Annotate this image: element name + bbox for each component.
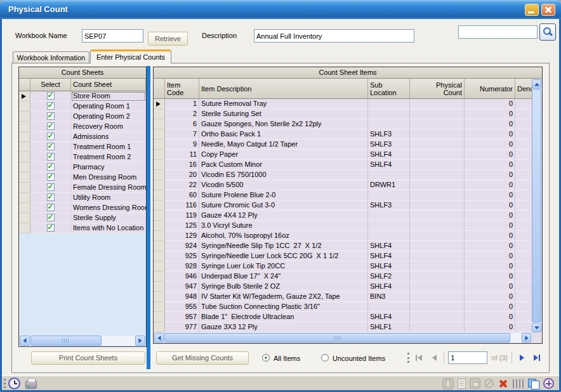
- page-number-input[interactable]: [448, 351, 487, 364]
- item-code-cell[interactable]: 925: [165, 251, 199, 261]
- item-physical-count-cell[interactable]: [410, 160, 465, 170]
- physical-count-column-header[interactable]: PhysicalCount: [410, 79, 465, 99]
- item-description-cell[interactable]: Suture Chromic Gut 3-0: [199, 200, 368, 211]
- count-sheet-checkbox[interactable]: [47, 193, 55, 201]
- count-sheet-checkbox[interactable]: [47, 173, 55, 181]
- items-hscrollbar[interactable]: [154, 333, 531, 343]
- item-numerator-cell[interactable]: 0: [465, 322, 515, 332]
- item-sublocation-cell[interactable]: SHLF4: [368, 150, 410, 160]
- scroll-right-button[interactable]: [522, 333, 531, 343]
- item-denominator-cell[interactable]: [515, 211, 532, 221]
- item-description-cell[interactable]: Needle, Mayo Catgut 1/2 Taper: [199, 140, 368, 150]
- item-denominator-cell[interactable]: [515, 160, 532, 170]
- hscroll-thumb[interactable]: [30, 336, 102, 346]
- item-sublocation-cell[interactable]: SHLF3: [368, 140, 410, 150]
- item-sublocation-cell[interactable]: [368, 302, 410, 312]
- item-physical-count-cell[interactable]: [410, 129, 465, 140]
- count-sheet-checkbox[interactable]: [47, 133, 55, 140]
- item-sublocation-cell[interactable]: [368, 170, 410, 180]
- item-code-cell[interactable]: 6: [165, 119, 199, 129]
- item-code-cell[interactable]: 129: [165, 231, 199, 241]
- item-numerator-cell[interactable]: 0: [465, 200, 515, 211]
- item-denominator-cell[interactable]: [515, 261, 532, 271]
- item-code-cell[interactable]: 1: [165, 99, 199, 109]
- count-sheet-description-cell[interactable]: Female Dressing Room: [71, 183, 146, 193]
- item-sublocation-cell[interactable]: SHLF3: [368, 129, 410, 140]
- item-description-cell[interactable]: 3.0 Vicryl Suture: [199, 221, 368, 231]
- item-numerator-cell[interactable]: 0: [465, 292, 515, 302]
- item-physical-count-cell[interactable]: [410, 251, 465, 261]
- item-numerator-cell[interactable]: 0: [465, 150, 515, 160]
- item-physical-count-cell[interactable]: [410, 282, 465, 292]
- scroll-left-button[interactable]: [154, 333, 164, 343]
- scroll-left-button[interactable]: [20, 336, 30, 346]
- item-numerator-cell[interactable]: 0: [465, 231, 515, 241]
- count-sheet-description-cell[interactable]: Admissions: [71, 132, 146, 142]
- count-sheet-checkbox[interactable]: [47, 92, 55, 100]
- item-denominator-cell[interactable]: [515, 140, 532, 150]
- item-sublocation-cell[interactable]: [368, 190, 410, 200]
- item-description-cell[interactable]: Tube Suction Connecting Plastic 3/16": [199, 302, 368, 312]
- count-sheet-checkbox[interactable]: [47, 153, 55, 160]
- description-column-header[interactable]: Count Sheet description: [71, 79, 146, 91]
- count-sheet-description-cell[interactable]: Treatment Room 1: [71, 142, 146, 152]
- item-code-cell[interactable]: 9: [165, 140, 199, 150]
- item-code-cell[interactable]: 119: [165, 211, 199, 221]
- item-code-column-header[interactable]: Item Code: [165, 79, 199, 99]
- item-denominator-cell[interactable]: [515, 271, 532, 282]
- item-sublocation-cell[interactable]: SHLF4: [368, 282, 410, 292]
- count-sheet-description-cell[interactable]: Store Room: [71, 91, 146, 101]
- count-sheet-description-cell[interactable]: Pharmacy: [71, 162, 146, 173]
- item-numerator-cell[interactable]: 0: [465, 180, 515, 190]
- search-button[interactable]: [539, 23, 556, 41]
- item-code-cell[interactable]: 16: [165, 160, 199, 170]
- item-code-cell[interactable]: 60: [165, 190, 199, 200]
- item-physical-count-cell[interactable]: [410, 200, 465, 211]
- item-code-cell[interactable]: 2: [165, 109, 199, 119]
- item-code-cell[interactable]: 22: [165, 180, 199, 190]
- count-sheet-description-cell[interactable]: Utility Room: [71, 193, 146, 203]
- item-code-cell[interactable]: 7: [165, 129, 199, 140]
- item-sublocation-cell[interactable]: SHLF4: [368, 261, 410, 271]
- item-denominator-cell[interactable]: [515, 200, 532, 211]
- item-sublocation-cell[interactable]: [368, 119, 410, 129]
- item-physical-count-cell[interactable]: [410, 180, 465, 190]
- count-sheet-checkbox[interactable]: [47, 122, 55, 130]
- item-sublocation-cell[interactable]: BIN3: [368, 292, 410, 302]
- uncounted-items-radio[interactable]: [321, 354, 329, 362]
- item-sublocation-cell[interactable]: SHLF4: [368, 251, 410, 261]
- save-icon[interactable]: [470, 378, 480, 389]
- item-physical-count-cell[interactable]: [410, 322, 465, 332]
- item-denominator-cell[interactable]: [515, 170, 532, 180]
- item-denominator-cell[interactable]: [515, 99, 532, 109]
- item-sublocation-cell[interactable]: [368, 231, 410, 241]
- item-numerator-cell[interactable]: 0: [465, 282, 515, 292]
- scroll-up-button[interactable]: [532, 79, 541, 89]
- item-denominator-cell[interactable]: [515, 292, 532, 302]
- item-numerator-cell[interactable]: 0: [465, 261, 515, 271]
- vscroll-thumb[interactable]: [532, 89, 541, 322]
- item-code-cell[interactable]: 11: [165, 150, 199, 160]
- item-denominator-cell[interactable]: [515, 109, 532, 119]
- item-description-cell[interactable]: Sterile Suturing Set: [199, 109, 368, 119]
- all-items-label[interactable]: All Items: [274, 355, 300, 362]
- count-sheet-description-cell[interactable]: Recovery Room: [71, 122, 146, 132]
- item-description-cell[interactable]: Gauze 4X4 12 Ply: [199, 211, 368, 221]
- item-sublocation-cell[interactable]: [368, 211, 410, 221]
- item-sublocation-cell[interactable]: [368, 109, 410, 119]
- item-physical-count-cell[interactable]: [410, 292, 465, 302]
- item-code-cell[interactable]: 948: [165, 292, 199, 302]
- item-description-cell[interactable]: Suture Removal Tray: [199, 99, 368, 109]
- item-physical-count-cell[interactable]: [410, 109, 465, 119]
- next-page-button[interactable]: [516, 352, 527, 363]
- item-numerator-cell[interactable]: 0: [465, 251, 515, 261]
- item-numerator-cell[interactable]: 0: [465, 302, 515, 312]
- item-sublocation-cell[interactable]: [368, 99, 410, 109]
- select-column-header[interactable]: Select: [30, 79, 71, 91]
- hscroll-thumb[interactable]: [164, 333, 510, 343]
- item-description-cell[interactable]: Vicodin ES 750/1000: [199, 170, 368, 180]
- count-sheet-description-cell[interactable]: Operating Room 1: [71, 101, 146, 112]
- item-numerator-cell[interactable]: 0: [465, 99, 515, 109]
- item-sublocation-cell[interactable]: DRWR1: [368, 180, 410, 190]
- close-button[interactable]: [541, 4, 555, 16]
